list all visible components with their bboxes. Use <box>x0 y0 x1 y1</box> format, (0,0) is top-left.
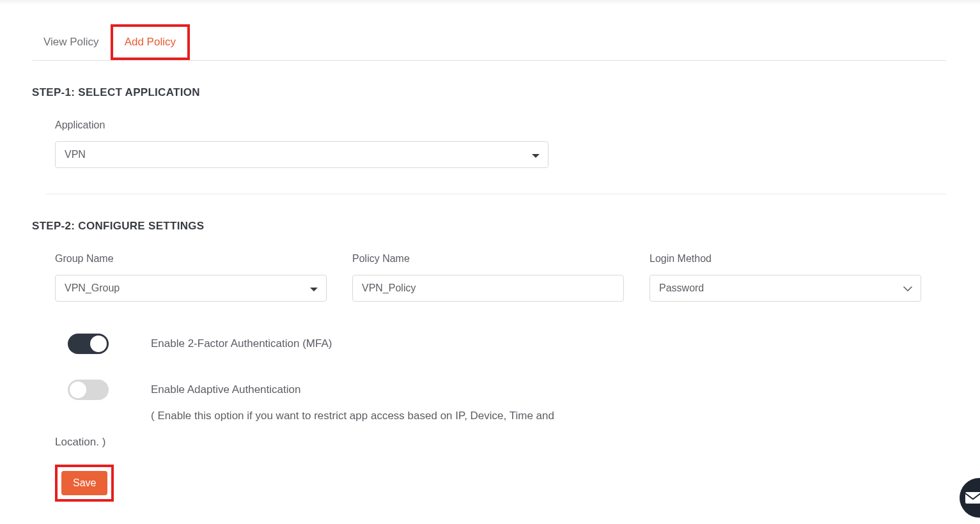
top-shadow <box>0 0 980 5</box>
mfa-toggle[interactable] <box>68 334 109 354</box>
group-name-select[interactable]: VPN_Group <box>55 275 327 302</box>
tab-add-policy[interactable]: Add Policy <box>113 27 187 58</box>
login-method-label: Login Method <box>649 253 921 265</box>
policy-name-label: Policy Name <box>352 253 624 265</box>
login-method-select[interactable]: Password <box>649 275 921 302</box>
adaptive-hint-part1: ( Enable this option if you want to rest… <box>55 406 946 426</box>
save-button[interactable]: Save <box>61 471 107 495</box>
group-name-label: Group Name <box>55 253 327 265</box>
adaptive-auth-toggle[interactable] <box>68 380 109 400</box>
mfa-toggle-label: Enable 2-Factor Authentication (MFA) <box>151 337 332 350</box>
highlight-add-policy: Add Policy <box>111 24 190 60</box>
step-1-title: STEP-1: SELECT APPLICATION <box>32 86 946 99</box>
adaptive-toggle-label: Enable Adaptive Authentication <box>151 383 300 396</box>
tabs-bar: View Policy Add Policy <box>32 24 946 61</box>
toggle-knob <box>90 335 107 352</box>
svg-rect-0 <box>965 492 980 504</box>
toggle-knob <box>70 381 86 398</box>
mail-icon <box>965 492 980 504</box>
section-divider <box>46 194 946 194</box>
highlight-save: Save <box>55 465 114 502</box>
tab-view-policy[interactable]: View Policy <box>32 24 111 60</box>
application-select[interactable]: VPN <box>55 141 548 168</box>
adaptive-hint-part2: Location. ) <box>55 433 946 452</box>
policy-name-input[interactable] <box>352 275 624 302</box>
application-label: Application <box>55 119 946 131</box>
step-2-title: STEP-2: CONFIGURE SETTINGS <box>32 220 946 233</box>
